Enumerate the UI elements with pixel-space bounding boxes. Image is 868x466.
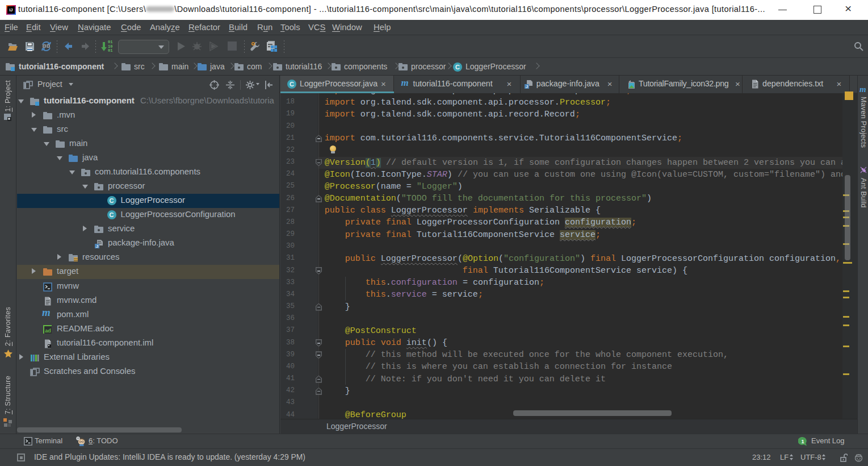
- svg-text:J: J: [96, 244, 98, 249]
- svg-text:ad: ad: [45, 327, 51, 333]
- svg-text:J: J: [526, 84, 528, 89]
- svg-text:1: 1: [801, 439, 804, 444]
